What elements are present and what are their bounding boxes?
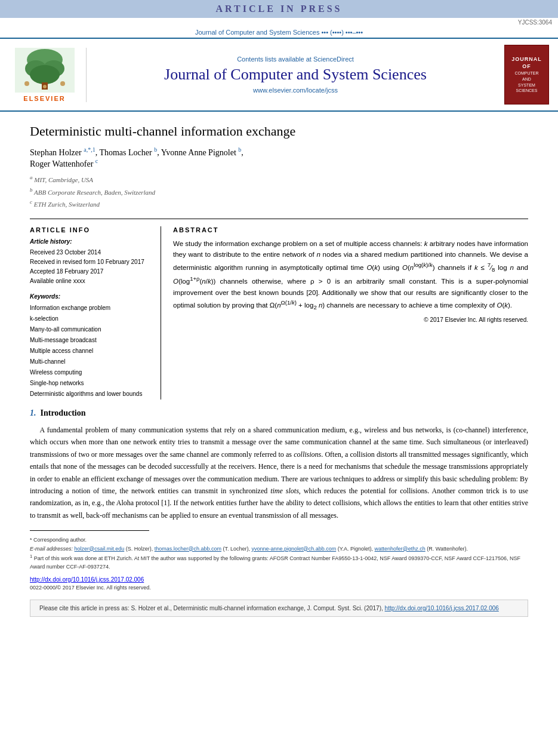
journal-title: Journal of Computer and System Sciences bbox=[98, 66, 492, 84]
keywords-list: Information exchange problem k-selection… bbox=[30, 303, 152, 399]
list-item: Wireless computing bbox=[30, 367, 152, 378]
article-info-abstract-section: ARTICLE INFO Article history: Received 2… bbox=[30, 219, 528, 399]
history-heading: Article history: bbox=[30, 238, 152, 245]
article-info-column: ARTICLE INFO Article history: Received 2… bbox=[30, 226, 161, 399]
abstract-text: We study the information exchange proble… bbox=[173, 238, 528, 312]
svg-point-7 bbox=[60, 81, 65, 86]
list-item: Single-hop networks bbox=[30, 378, 152, 389]
yjcss-reference: YJCSS:3064 bbox=[0, 18, 558, 27]
list-item: Many-to-all communication bbox=[30, 324, 152, 335]
email-holzer[interactable]: holzer@csail.mit.edu bbox=[75, 546, 125, 552]
keywords-heading: Keywords: bbox=[30, 293, 152, 300]
elsevier-url[interactable]: www.elsevier.com/locate/jcss bbox=[98, 87, 492, 94]
citation-doi-link[interactable]: http://dx.doi.org/10.1016/j.jcss.2017.02… bbox=[385, 605, 499, 611]
email-locher[interactable]: thomas.locher@ch.abb.com bbox=[155, 546, 221, 552]
list-item: Deterministic algorithms and lower bound… bbox=[30, 389, 152, 399]
doi-link[interactable]: http://dx.doi.org/10.1016/j.jcss.2017.02… bbox=[30, 576, 528, 583]
list-item: k-selection bbox=[30, 314, 152, 324]
elsevier-tree-icon bbox=[15, 48, 75, 93]
header-box: ELSEVIER Contents lists available at Sci… bbox=[0, 38, 558, 112]
paper-content: Deterministic multi-channel information … bbox=[0, 112, 558, 623]
received-date: Received 23 October 2014 bbox=[30, 248, 152, 257]
list-item: Information exchange problem bbox=[30, 303, 152, 314]
header-center: Contents lists available at ScienceDirec… bbox=[87, 56, 504, 94]
section-label: Introduction bbox=[41, 408, 86, 417]
email-addresses: E-mail addresses: holzer@csail.mit.edu (… bbox=[30, 545, 528, 553]
affiliations: a MIT, Cambridge, USA b ABB Corporate Re… bbox=[30, 173, 528, 210]
list-item: Multi-message broadcast bbox=[30, 335, 152, 346]
list-item: Multi-channel bbox=[30, 357, 152, 367]
sciencedirect-link[interactable]: Contents lists available at ScienceDirec… bbox=[98, 56, 492, 63]
introduction-paragraph-1: A fundamental problem of many communicat… bbox=[30, 424, 528, 521]
email-pignolet[interactable]: yvonne-anne.pignolet@ch.abb.com bbox=[251, 546, 336, 552]
corresponding-author-note: * Corresponding author. bbox=[30, 536, 528, 544]
revised-date: Received in revised form 10 February 201… bbox=[30, 257, 152, 267]
email-wattenhofer[interactable]: wattenhofer@ethz.ch bbox=[375, 546, 426, 552]
abstract-heading: ABSTRACT bbox=[173, 226, 528, 233]
citation-text: Please cite this article in press as: S.… bbox=[39, 605, 385, 611]
section-number: 1. bbox=[30, 408, 36, 417]
keywords-section: Keywords: Information exchange problem k… bbox=[30, 293, 152, 399]
article-info-heading: ARTICLE INFO bbox=[30, 226, 152, 233]
svg-point-8 bbox=[43, 85, 47, 88]
footnote-section: * Corresponding author. E-mail addresses… bbox=[30, 536, 528, 571]
list-item: Multiple access channel bbox=[30, 346, 152, 357]
elsevier-logo: ELSEVIER bbox=[9, 48, 87, 102]
abstract-column: ABSTRACT We study the information exchan… bbox=[173, 226, 528, 399]
accepted-date: Accepted 18 February 2017 bbox=[30, 267, 152, 276]
authors: Stephan Holzer a,*,1, Thomas Locher b, Y… bbox=[30, 146, 528, 168]
available-date: Available online xxxx bbox=[30, 276, 152, 286]
article-in-press-banner: ARTICLE IN PRESS bbox=[0, 0, 558, 18]
citation-box: Please cite this article in press as: S.… bbox=[30, 600, 528, 617]
svg-point-6 bbox=[24, 81, 29, 86]
journal-logo-right: JOURNAL OF COMPUTER AND SYSTEM SCIENCES bbox=[504, 45, 549, 105]
copyright-line: © 2017 Elsevier Inc. All rights reserved… bbox=[173, 316, 528, 323]
article-history: Article history: Received 23 October 201… bbox=[30, 238, 152, 286]
journal-ref-line: Journal of Computer and System Sciences … bbox=[0, 27, 558, 38]
issn-line: 0022-0000/© 2017 Elsevier Inc. All right… bbox=[30, 585, 528, 591]
aip-text: ARTICLE IN PRESS bbox=[216, 4, 343, 14]
section-1-heading: 1. Introduction bbox=[30, 408, 528, 418]
paper-title: Deterministic multi-channel information … bbox=[30, 124, 528, 139]
svg-point-4 bbox=[30, 65, 60, 84]
footnote-1: 1 Part of this work was done at ETH Zuri… bbox=[30, 553, 528, 571]
elsevier-text: ELSEVIER bbox=[23, 95, 65, 102]
footnote-divider bbox=[30, 530, 149, 531]
